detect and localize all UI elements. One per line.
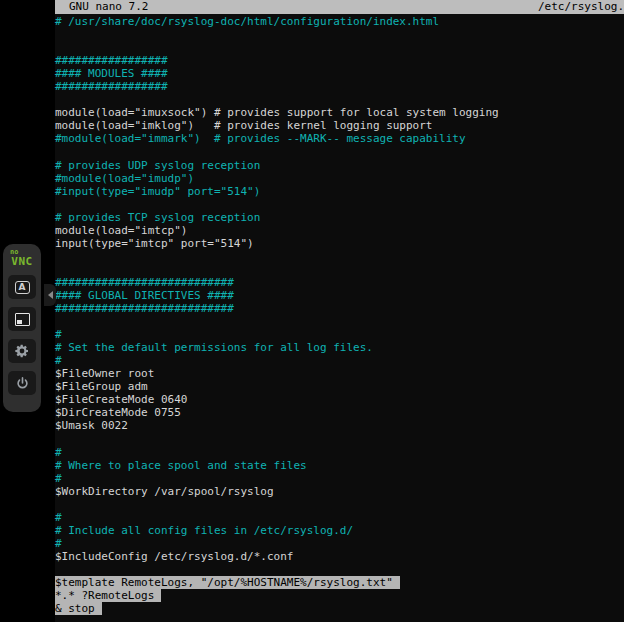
editor-line: # Include all config files in /etc/rsysl… <box>55 524 624 537</box>
editor-line: # <box>55 511 624 524</box>
chevron-left-icon <box>48 291 53 299</box>
clipboard-button[interactable]: A <box>8 275 36 299</box>
editor-line: #module(load="imudp") <box>55 172 624 185</box>
power-icon <box>15 376 30 391</box>
editor-line: module(load="imklog") # provides kernel … <box>55 119 624 132</box>
editor-line: # <box>55 328 624 341</box>
nano-titlebar: GNU nano 7.2 /etc/rsyslog. <box>55 0 624 14</box>
editor-line <box>55 433 624 446</box>
editor-line: ########################### <box>55 302 624 315</box>
editor-line <box>55 315 624 328</box>
editor-line: #module(load="immark") # provides --MARK… <box>55 132 624 145</box>
control-bar-handle[interactable] <box>44 284 56 306</box>
editor-line <box>55 198 624 211</box>
editor-line: # <box>55 354 624 367</box>
editor-line: $template RemoteLogs, "/opt/%HOSTNAME%/r… <box>55 576 624 589</box>
editor-line <box>55 93 624 106</box>
editor-line <box>55 263 624 276</box>
editor-line <box>55 28 624 41</box>
editor-line: module(load="imtcp") <box>55 224 624 237</box>
editor-line: # <box>55 537 624 550</box>
gear-icon <box>14 343 30 359</box>
editor-line: & stop <box>55 602 624 615</box>
editor-line: *.* ?RemoteLogs <box>55 589 624 602</box>
editor-line: # provides UDP syslog reception <box>55 159 624 172</box>
editor-line <box>55 498 624 511</box>
editor-line: # <box>55 446 624 459</box>
editor-line: #### GLOBAL DIRECTIVES #### <box>55 289 624 302</box>
fullscreen-icon <box>15 313 30 326</box>
editor-line: ################# <box>55 80 624 93</box>
nano-filename: /etc/rsyslog. <box>538 0 624 14</box>
editor-line: ################# <box>55 54 624 67</box>
editor-line: #input(type="imudp" port="514") <box>55 185 624 198</box>
terminal-window[interactable]: GNU nano 7.2 /etc/rsyslog. # /usr/share/… <box>55 0 624 622</box>
editor-line: ########################### <box>55 276 624 289</box>
editor-line <box>55 563 624 576</box>
nano-version: GNU nano 7.2 <box>55 0 148 14</box>
editor-line: $DirCreateMode 0755 <box>55 406 624 419</box>
editor-line: $IncludeConfig /etc/rsyslog.d/*.conf <box>55 550 624 563</box>
editor-line <box>55 41 624 54</box>
editor-line: module(load="imuxsock") # provides suppo… <box>55 106 624 119</box>
editor-line: # <box>55 472 624 485</box>
editor-content[interactable]: # /usr/share/doc/rsyslog-doc/html/config… <box>55 14 624 615</box>
novnc-logo: no VNC <box>3 249 41 267</box>
editor-line: # Set the default permissions for all lo… <box>55 341 624 354</box>
settings-button[interactable] <box>8 339 36 363</box>
editor-line: $FileCreateMode 0640 <box>55 393 624 406</box>
novnc-control-bar: no VNC A <box>3 244 41 412</box>
clipboard-icon: A <box>15 281 30 294</box>
fullscreen-button[interactable] <box>8 307 36 331</box>
editor-line: $FileOwner root <box>55 367 624 380</box>
power-button[interactable] <box>8 371 36 395</box>
editor-line: # Where to place spool and state files <box>55 459 624 472</box>
editor-line: $Umask 0022 <box>55 419 624 432</box>
editor-line <box>55 145 624 158</box>
editor-line: $FileGroup adm <box>55 380 624 393</box>
editor-line <box>55 250 624 263</box>
editor-line: input(type="imtcp" port="514") <box>55 237 624 250</box>
editor-line: $WorkDirectory /var/spool/rsyslog <box>55 485 624 498</box>
editor-line: #### MODULES #### <box>55 67 624 80</box>
editor-line: # provides TCP syslog reception <box>55 211 624 224</box>
novnc-logo-vnc: VNC <box>3 256 41 267</box>
editor-line: # /usr/share/doc/rsyslog-doc/html/config… <box>55 15 624 28</box>
